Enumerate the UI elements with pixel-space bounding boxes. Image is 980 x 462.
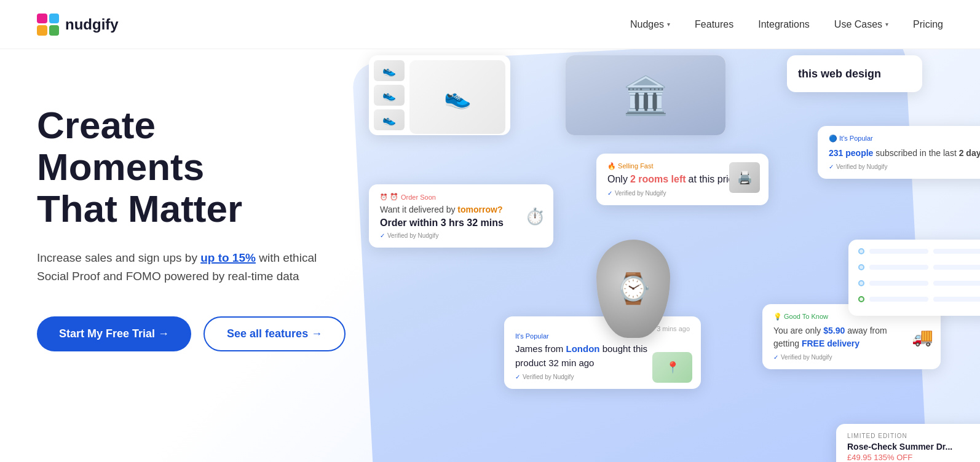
map-snippet: 📍 [652, 352, 692, 383]
hero-content: Create Moments That Matter Increase sale… [0, 49, 357, 388]
hero-buttons: Start My Free Trial → See all features → [37, 316, 320, 351]
logo[interactable]: nudgify [37, 14, 119, 36]
chevron-down-icon-2: ▾ [885, 21, 888, 28]
card-rooms: 🔥 Selling Fast Only 2 rooms left at this… [596, 154, 769, 205]
see-all-features-button[interactable]: See all features → [204, 316, 346, 351]
bought-time: 3 mins ago [515, 325, 690, 332]
truck-icon: 🚚 [912, 327, 933, 347]
nav-links: Nudges ▾ Features Integrations Use Cases… [630, 19, 943, 30]
limited-product: Rose-Check Summer Dr... [847, 442, 980, 452]
nav-item-usecases[interactable]: Use Cases ▾ [834, 19, 888, 30]
limited-tag: Limited Edition [847, 433, 980, 439]
form-rows [858, 248, 980, 307]
logo-icon [37, 14, 59, 36]
form-row-2 [858, 264, 980, 270]
watch-image: ⌚ [596, 240, 670, 338]
delivery-text: Want it delivered by tomorrow? [380, 203, 542, 216]
nav-item-features[interactable]: Features [695, 19, 733, 30]
logo-text: nudgify [65, 16, 119, 33]
free-delivery-verified: ✓Verified by Nudgify [773, 354, 930, 361]
card-bought: 3 mins ago It's Popular James from Londo… [504, 316, 701, 389]
card-webdesign: this web design [787, 55, 922, 92]
navbar: nudgify Nudges ▾ Features Integrations U… [0, 0, 980, 49]
bought-tag: It's Popular [515, 332, 690, 340]
card-shoes: 👟 👟 👟 👟 [369, 55, 510, 135]
popular-tag: 🔵 It's Popular [829, 135, 980, 143]
hero-title: Create Moments That Matter [37, 104, 320, 230]
thumb-3: 👟 [374, 109, 405, 130]
form-row-1 [858, 248, 980, 254]
nav-item-integrations[interactable]: Integrations [758, 19, 810, 30]
clock-icon: ⏱️ [525, 206, 545, 225]
start-free-trial-button[interactable]: Start My Free Trial → [37, 316, 191, 351]
hero-visual: 👟 👟 👟 👟 🏛️ this web design ⏰ Order Soon … [332, 49, 980, 462]
nav-item-pricing[interactable]: Pricing [913, 19, 943, 30]
delivery-bold: Order within 3 hrs 32 mins [380, 217, 542, 229]
card-limited: Limited Edition Rose-Check Summer Dr... … [836, 424, 980, 462]
shoe-main-image: 👟 [409, 60, 505, 134]
card-hotel: 🏛️ [566, 55, 725, 135]
delivery-tag: ⏰ Order Soon [380, 193, 542, 201]
free-delivery-text: You are only $5.90 away from getting FRE… [773, 324, 930, 350]
delivery-verified: Verified by Nudgify [380, 232, 542, 239]
nav-item-nudges[interactable]: Nudges ▾ [630, 19, 670, 30]
popular-verified: ✓Verified by Nudgify [829, 163, 980, 170]
limited-price: £49.95 135% OFF [847, 453, 980, 462]
card-popular: 🔵 It's Popular 231 people subscribed in … [818, 126, 980, 179]
hotel-image: 🏛️ [566, 55, 725, 135]
thumb-2: 👟 [374, 85, 405, 106]
popular-text: 231 people subscribed in the last 2 days [829, 146, 980, 160]
hero-section: Create Moments That Matter Increase sale… [0, 49, 980, 462]
chevron-down-icon: ▾ [667, 21, 670, 28]
highlight-percent: up to 15% [200, 251, 256, 264]
shoe-thumbnails: 👟 👟 👟 [374, 60, 405, 130]
form-row-4 [858, 296, 980, 302]
card-form [848, 240, 980, 316]
hero-subtitle: Increase sales and sign ups by up to 15%… [37, 249, 320, 286]
card-delivery: ⏰ Order Soon Want it delivered by tomorr… [369, 184, 553, 248]
rooms-img: 🖨️ [729, 162, 760, 193]
thumb-1: 👟 [374, 60, 405, 81]
form-row-3 [858, 280, 980, 286]
